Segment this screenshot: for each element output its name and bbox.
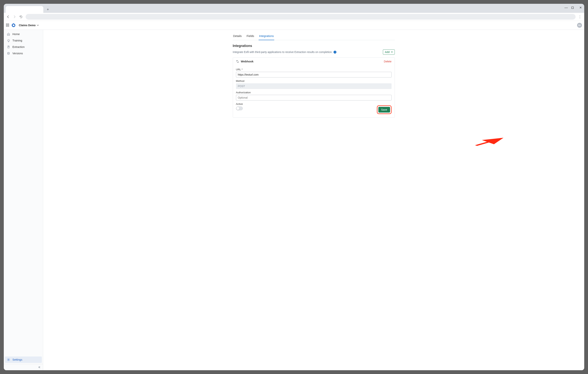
webhook-icon bbox=[236, 60, 239, 63]
sidebar-item-extraction[interactable]: Extraction bbox=[5, 44, 42, 50]
versions-icon bbox=[7, 52, 10, 55]
sidebar-item-home[interactable]: Home bbox=[5, 31, 42, 37]
app-launcher-icon[interactable] bbox=[6, 23, 10, 27]
new-tab-button[interactable]: + bbox=[45, 7, 51, 12]
sidebar: Home Training Extraction bbox=[4, 30, 43, 370]
sidebar-item-settings[interactable]: Settings bbox=[5, 356, 42, 363]
browser-tabstrip: + — ✕ bbox=[4, 4, 584, 13]
browser-toolbar: ⋮ bbox=[4, 13, 584, 21]
sidebar-collapse-button[interactable] bbox=[4, 364, 43, 370]
method-input bbox=[236, 83, 392, 89]
save-button[interactable]: Save bbox=[378, 107, 390, 112]
tab-integrations[interactable]: Integrations bbox=[259, 33, 274, 40]
dropdown-triangle-icon bbox=[391, 52, 393, 53]
tab-details[interactable]: Details bbox=[233, 33, 242, 40]
delete-webhook-button[interactable]: Delete bbox=[384, 60, 391, 63]
address-bar[interactable] bbox=[26, 14, 576, 20]
add-integration-button[interactable]: Add bbox=[383, 49, 395, 55]
back-button[interactable] bbox=[5, 14, 11, 20]
active-label: Active bbox=[236, 103, 243, 105]
browser-tab[interactable] bbox=[6, 6, 43, 13]
annotation-highlight: Save bbox=[377, 105, 392, 114]
window-maximize-icon[interactable] bbox=[571, 7, 575, 9]
chevron-down-icon bbox=[37, 24, 39, 26]
page-heading: Integrations bbox=[233, 44, 395, 48]
add-button-label: Add bbox=[385, 51, 390, 54]
sidebar-item-versions[interactable]: Versions bbox=[5, 50, 42, 56]
sidebar-item-label: Versions bbox=[12, 52, 23, 55]
url-label: URL * bbox=[236, 68, 243, 71]
svg-line-3 bbox=[476, 138, 501, 145]
project-switcher[interactable]: Claims Demo bbox=[18, 23, 40, 28]
active-toggle[interactable] bbox=[236, 107, 243, 110]
window-minimize-icon[interactable]: — bbox=[564, 6, 568, 10]
sidebar-item-training[interactable]: Training bbox=[5, 37, 42, 44]
authorization-input[interactable] bbox=[236, 95, 392, 100]
app-logo-icon[interactable] bbox=[11, 23, 16, 28]
settings-tabs: Details Fields Integrations bbox=[233, 33, 395, 40]
user-avatar[interactable]: SU bbox=[577, 23, 582, 28]
info-icon[interactable]: i bbox=[334, 51, 336, 54]
training-icon bbox=[7, 39, 10, 42]
sidebar-item-label: Settings bbox=[12, 358, 22, 361]
svg-point-2 bbox=[8, 359, 9, 360]
gear-icon bbox=[7, 358, 10, 361]
home-icon bbox=[7, 33, 10, 36]
tab-fields[interactable]: Fields bbox=[246, 33, 254, 40]
forward-button[interactable] bbox=[11, 14, 18, 20]
collapse-icon bbox=[38, 366, 41, 369]
window-close-icon[interactable]: ✕ bbox=[578, 6, 582, 10]
method-label: Method bbox=[236, 79, 244, 82]
extraction-icon bbox=[7, 45, 10, 49]
app-header: Claims Demo SU bbox=[4, 21, 584, 30]
sidebar-item-label: Training bbox=[12, 39, 22, 42]
page-description: Integrate Exfil with third-party applica… bbox=[233, 51, 333, 54]
svg-point-1 bbox=[8, 52, 9, 53]
url-input[interactable] bbox=[236, 72, 392, 77]
authorization-label: Authorization bbox=[236, 91, 251, 94]
sidebar-item-label: Home bbox=[12, 33, 20, 36]
svg-rect-0 bbox=[572, 7, 574, 9]
project-name: Claims Demo bbox=[19, 24, 36, 27]
webhook-card: Webhook Delete URL * Method bbox=[233, 57, 395, 118]
sidebar-item-label: Extraction bbox=[12, 45, 24, 48]
reload-button[interactable] bbox=[18, 14, 24, 20]
webhook-title: Webhook bbox=[241, 60, 253, 63]
browser-menu-button[interactable]: ⋮ bbox=[577, 15, 583, 19]
